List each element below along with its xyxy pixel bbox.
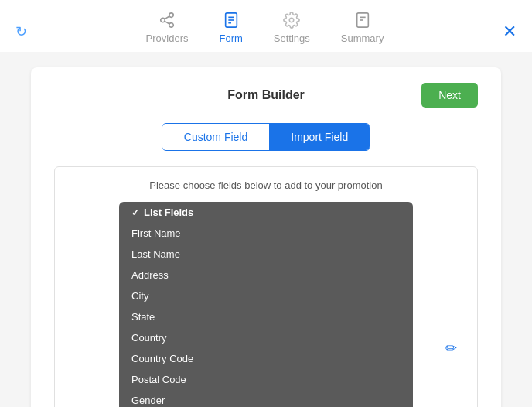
list-item[interactable]: Last Name (119, 244, 413, 265)
list-item[interactable]: Address (119, 265, 413, 286)
summary-icon (353, 11, 372, 29)
field-type-tabs: Custom Field Import Field (162, 123, 370, 151)
tab-providers[interactable]: Providers (146, 11, 189, 52)
main-content: Form Builder Next Custom Field Import Fi… (0, 52, 532, 407)
card-header: Form Builder Next (54, 83, 478, 108)
nav-tabs: Providers Form Settings (27, 11, 503, 52)
fields-section: Please choose fields below to add to you… (54, 166, 478, 407)
svg-line-3 (165, 21, 169, 24)
edit-icon[interactable]: ✏ (445, 340, 457, 357)
card-title: Form Builder (196, 88, 337, 102)
list-fields-label: List Fields (144, 207, 193, 218)
form-builder-card: Form Builder Next Custom Field Import Fi… (31, 67, 501, 407)
form-tab-label: Form (219, 32, 242, 44)
svg-point-0 (169, 13, 174, 18)
tab-summary[interactable]: Summary (341, 11, 384, 52)
dropdown-menu[interactable]: ✓ List Fields First Name Last Name Addre… (119, 202, 413, 407)
dropdown-container: ✓ List Fields First Name Last Name Addre… (67, 202, 465, 407)
svg-line-4 (165, 16, 169, 19)
import-field-tab[interactable]: Import Field (269, 124, 370, 150)
list-item[interactable]: State (119, 306, 413, 327)
list-item[interactable]: City (119, 286, 413, 306)
tab-settings[interactable]: Settings (274, 11, 310, 52)
list-item[interactable]: Gender (119, 390, 413, 407)
top-bar: ↻ Providers (0, 0, 532, 52)
list-item[interactable]: Country Code (119, 348, 413, 369)
custom-field-tab[interactable]: Custom Field (162, 124, 269, 150)
next-button[interactable]: Next (421, 83, 478, 108)
list-item[interactable]: Postal Code (119, 369, 413, 390)
close-button[interactable]: ✕ (503, 22, 517, 42)
settings-tab-label: Settings (274, 32, 310, 44)
providers-icon (158, 11, 176, 29)
summary-tab-label: Summary (341, 32, 384, 44)
list-item[interactable]: First Name (119, 223, 413, 244)
svg-point-2 (169, 23, 174, 27)
svg-point-9 (290, 18, 295, 22)
providers-tab-label: Providers (146, 32, 189, 44)
svg-point-1 (161, 18, 165, 22)
refresh-button[interactable]: ↻ (15, 23, 27, 40)
list-item[interactable]: Country (119, 327, 413, 348)
settings-icon (282, 11, 301, 29)
tab-form[interactable]: Form (219, 11, 242, 52)
check-icon: ✓ (131, 207, 139, 218)
form-icon (222, 11, 240, 29)
dropdown-header: ✓ List Fields (119, 202, 413, 223)
fields-instruction: Please choose fields below to add to you… (67, 180, 465, 191)
